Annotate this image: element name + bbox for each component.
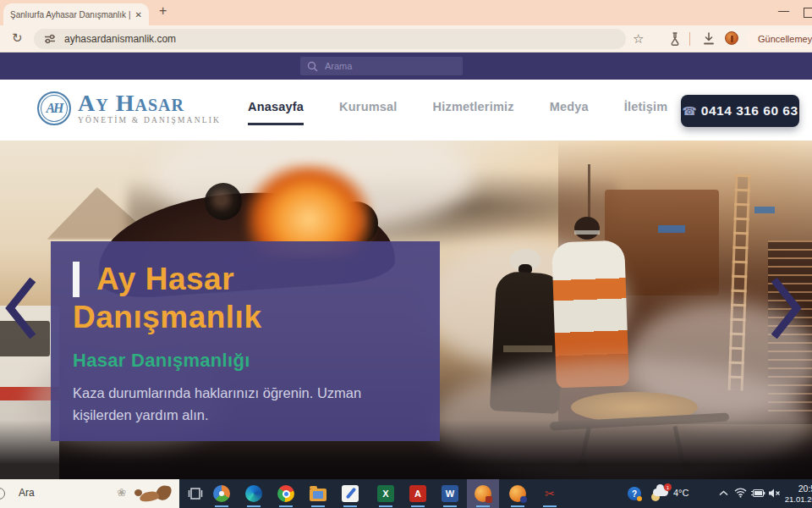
browser-tab[interactable]: Şanlıurfa Ayhasar Danışmanlık | ✕	[3, 3, 149, 25]
hero-art-wheel	[205, 183, 242, 220]
taskbar-app-acrobat[interactable]: A	[406, 479, 430, 508]
tab-close-icon[interactable]: ✕	[135, 10, 142, 19]
taskbar: Ara ❀ X A W ✂ ? 1 4°C	[0, 479, 812, 508]
scissors-icon: ✂	[541, 485, 558, 502]
site-logo[interactable]: AH Ay Hasar YÖNETİM & DANIŞMANLIK	[37, 91, 221, 125]
phone-number: 0414 316 60 63	[701, 103, 798, 119]
taskbar-app-chrome[interactable]	[274, 479, 298, 508]
task-view-icon[interactable]	[188, 487, 203, 500]
tray-help-icon[interactable]: ?	[628, 487, 641, 500]
browser-toolbar: ↻ ayhasardanismanlik.com ☆ Güncellemeyi …	[0, 25, 812, 52]
nav-item-anasayfa[interactable]: Anasayfa	[248, 100, 304, 113]
taskbar-app-notes[interactable]	[338, 479, 362, 508]
new-tab-button[interactable]: +	[159, 3, 167, 19]
phone-button[interactable]: ☎ 0414 316 60 63	[681, 95, 799, 127]
notes-icon	[342, 485, 359, 502]
logo-monogram: AH	[37, 91, 71, 125]
main-nav: Anasayfa Kurumsal Hizmetlerimiz Medya İl…	[248, 100, 667, 113]
flower-icon: ❀	[117, 486, 126, 499]
search-placeholder: Arama	[325, 61, 352, 71]
squirrel-graphic	[134, 485, 173, 502]
taskbar-app-excel[interactable]: X	[374, 479, 398, 508]
word-icon: W	[442, 485, 458, 502]
tray-time: 20:50	[776, 483, 812, 494]
orange-browser-icon	[509, 485, 526, 502]
hero-carousel: Ay Hasar Danışmanlık Hasar Danışmanlığı …	[0, 141, 812, 479]
address-bar[interactable]: ayhasardanismanlik.com	[34, 29, 626, 49]
update-button[interactable]: Güncellemeyi ta	[746, 29, 812, 49]
hero-description: Kaza durumlarında haklarınızı öğrenin. U…	[73, 383, 398, 426]
taskbar-search-label: Ara	[19, 487, 35, 499]
tab-title: Şanlıurfa Ayhasar Danışmanlık |	[10, 10, 130, 19]
bookmark-star-icon[interactable]: ☆	[633, 31, 644, 47]
acrobat-icon: A	[409, 485, 426, 502]
site-topbar: Arama	[0, 52, 812, 80]
taskbar-app-swirl[interactable]	[210, 479, 233, 508]
excel-icon: X	[377, 485, 394, 502]
phone-icon: ☎	[682, 104, 696, 118]
orange-browser-icon	[475, 485, 491, 502]
edge-icon	[245, 485, 262, 502]
swirl-app-icon	[213, 485, 230, 502]
taskbar-app-word[interactable]: W	[438, 479, 462, 508]
screen: Şanlıurfa Ayhasar Danışmanlık | ✕ + — ↻ …	[0, 0, 812, 508]
hero-overlay-card: Ay Hasar Danışmanlık Hasar Danışmanlığı …	[51, 241, 440, 441]
beaker-icon[interactable]	[668, 31, 682, 46]
taskbar-app-explorer[interactable]	[306, 479, 330, 508]
tray-temperature[interactable]: 4°C	[673, 488, 689, 498]
battery-icon[interactable]	[750, 489, 765, 498]
hero-subtitle: Hasar Danışmanlığı	[73, 350, 418, 372]
update-button-label: Güncellemeyi ta	[758, 34, 812, 44]
search-icon	[307, 61, 318, 72]
browser-tab-strip: Şanlıurfa Ayhasar Danışmanlık | ✕ + —	[0, 0, 812, 25]
nav-item-hizmetlerimiz[interactable]: Hizmetlerimiz	[433, 100, 514, 113]
nav-item-medya[interactable]: Medya	[550, 100, 589, 113]
chrome-icon	[277, 485, 294, 502]
window-minimize-button[interactable]: —	[778, 4, 789, 17]
hero-title-line2: Danışmanlık	[73, 298, 418, 336]
hero-title-line1: Ay Hasar	[96, 260, 234, 298]
window-maximize-button[interactable]	[804, 8, 812, 18]
file-explorer-icon	[310, 489, 326, 501]
hero-accent-bar	[73, 262, 80, 297]
weather-badge: 1	[664, 483, 672, 491]
logo-tagline: YÖNETİM & DANIŞMANLIK	[78, 116, 221, 124]
nav-item-iletisim[interactable]: İletişim	[624, 100, 668, 113]
site-search-input[interactable]: Arama	[300, 57, 463, 75]
taskbar-app-browser-active[interactable]	[467, 479, 499, 508]
toolbar-separator	[689, 32, 690, 46]
wifi-icon[interactable]	[734, 488, 747, 498]
tray-clock[interactable]: 20:50 21.01.202	[776, 483, 812, 505]
taskbar-search-icon	[0, 488, 5, 500]
site-header: AH Ay Hasar YÖNETİM & DANIŞMANLIK Anasay…	[0, 80, 812, 141]
extension-icon[interactable]	[725, 31, 738, 45]
download-icon[interactable]	[702, 31, 716, 46]
tray-chevron-up-icon[interactable]	[719, 490, 728, 496]
tray-weather-icon[interactable]: 1	[650, 486, 670, 501]
refresh-icon[interactable]: ↻	[12, 30, 23, 46]
taskbar-app-browser-2[interactable]	[506, 479, 529, 508]
taskbar-search-box[interactable]: Ara ❀	[0, 479, 179, 508]
taskbar-app-edge[interactable]	[242, 479, 266, 508]
taskbar-app-snip[interactable]: ✂	[538, 479, 562, 508]
carousel-next-arrow[interactable]	[768, 278, 805, 339]
carousel-prev-arrow[interactable]	[2, 278, 39, 339]
tray-date: 21.01.202	[776, 494, 812, 505]
tune-icon	[44, 34, 56, 44]
logo-name: Ay Hasar	[78, 92, 221, 114]
url-text: ayhasardanismanlik.com	[64, 33, 176, 45]
nav-item-kurumsal[interactable]: Kurumsal	[339, 100, 397, 113]
hero-title: Ay Hasar Danışmanlık	[73, 260, 418, 336]
